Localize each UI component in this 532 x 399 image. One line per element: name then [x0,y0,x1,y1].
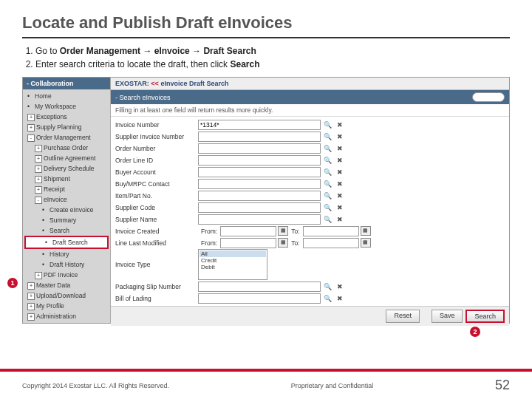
input-icons[interactable]: 🔍 ✖ [324,192,344,200]
input-icons[interactable]: 🔍 ✖ [324,121,344,129]
nav-item[interactable]: +Upload/Download [23,290,110,301]
calendar-icon[interactable]: ▦ [278,238,288,248]
select-option[interactable]: Debit [200,264,266,270]
section-title: - Search eInvoices [115,94,171,101]
step1-path3: Draft Search [203,46,256,56]
tree-expand-icon[interactable]: + [35,166,42,173]
nav-item[interactable]: +My Profile [23,301,110,311]
calendar-icon[interactable]: ▦ [278,226,288,236]
tree-expand-icon[interactable]: + [27,313,35,321]
form-row: Order Number🔍 ✖ [115,143,505,154]
tree-expand-icon[interactable]: + [35,272,42,279]
save-button[interactable]: Save [432,310,463,323]
input-icons[interactable]: 🔍 ✖ [324,295,344,302]
input-icons[interactable]: 🔍 ✖ [324,168,344,176]
tree-expand-icon[interactable]: + [27,303,35,310]
select-option[interactable]: Credit [200,257,266,264]
text-input[interactable] [198,167,321,177]
crumb-text: eInvoice Draft Search [160,80,228,87]
nav-item[interactable]: •Summary [23,215,110,225]
back-icon[interactable]: << [151,80,159,87]
nav-item[interactable]: •Search [23,225,110,236]
text-input[interactable] [198,120,321,130]
nav-item[interactable]: •Home [23,91,110,101]
input-icons[interactable]: 🔍 ✖ [324,204,344,211]
footer: Copyright 2014 Exostar LLC. All Rights R… [0,369,532,399]
button-bar: Reset Save Search [111,306,509,326]
nav-item[interactable]: +Administration [23,311,110,321]
tree-expand-icon[interactable]: + [27,282,35,290]
tree-bullet-icon: • [42,226,48,235]
search-button[interactable]: Search [466,310,505,323]
tree-expand-icon[interactable]: + [35,155,42,163]
tree-bullet-icon: • [42,250,48,259]
text-input[interactable] [198,155,321,166]
tree-expand-icon[interactable]: + [27,124,35,132]
date-to-input[interactable] [303,238,359,248]
page-number: 52 [495,378,510,393]
reset-button[interactable]: Reset [386,310,420,323]
tree-expand-icon[interactable]: + [27,293,35,300]
select-option[interactable]: All [200,250,266,257]
form-row: Buy/MRPC Contact🔍 ✖ [115,178,505,189]
nav-item[interactable]: +Shipment [23,174,110,184]
nav-item-label: Upload/Download [36,292,86,299]
tree-expand-icon[interactable]: - [35,197,42,204]
title-divider [22,37,510,38]
step2-text: Enter search criteria to locate the draf… [35,59,230,69]
form-row: Invoice Number🔍 ✖ [115,119,505,130]
nav-item[interactable]: +Supply Planning [23,122,110,132]
date-from-input[interactable] [220,238,276,248]
input-icons[interactable]: 🔍 ✖ [324,133,344,140]
calendar-icon[interactable]: ▦ [361,238,371,248]
confidential-text: Proprietary and Confidential [291,382,374,389]
tree-expand-icon[interactable]: + [27,114,35,121]
copyright-text: Copyright 2014 Exostar LLC. All Rights R… [22,382,169,389]
date-from-input[interactable] [220,226,276,236]
input-icons[interactable]: 🔍 ✖ [324,283,344,290]
text-input[interactable] [198,179,321,189]
calendar-icon[interactable]: ▦ [361,226,371,236]
nav-item[interactable]: +Receipt [23,184,110,194]
nav-item[interactable]: +Master Data [23,280,110,290]
text-input[interactable] [198,191,321,201]
text-input[interactable] [198,293,321,304]
text-input[interactable] [198,143,321,154]
nav-item[interactable]: +Purchase Order [23,143,110,153]
nav-item[interactable]: •Create eInvoice [23,205,110,215]
tree-expand-icon[interactable]: + [35,176,42,183]
nav-item[interactable]: •Draft History [23,259,110,270]
nav-item[interactable]: +Delivery Schedule [23,163,110,174]
input-icons[interactable]: 🔍 ✖ [324,145,344,152]
nav-item[interactable]: -eInvoice [23,194,110,205]
search-form: Invoice Number🔍 ✖Supplier Invoice Number… [111,117,509,306]
nav-item[interactable]: •Draft Search [24,236,109,249]
nav-item[interactable]: +Exceptions [23,112,110,122]
sidebar: - Collaboration •Home•My Workspace+Excep… [23,78,111,323]
nav-item[interactable]: •My Workspace [23,101,110,112]
input-icons[interactable]: 🔍 ✖ [324,157,344,164]
nav-item[interactable]: +PDF Invoice [23,270,110,280]
field-label: Invoice Type [115,261,198,268]
section-chip[interactable]: eInvoice [472,92,505,102]
field-label: Order Line ID [115,157,198,164]
tree-expand-icon[interactable]: + [35,186,42,194]
text-input[interactable] [198,132,321,142]
nav-item[interactable]: -Order Management [23,132,110,143]
date-to-input[interactable] [303,226,359,236]
text-input[interactable] [198,282,321,292]
nav-item-label: Exceptions [36,113,67,120]
field-label: Buy/MRPC Contact [115,180,198,188]
form-row: Item/Part No.🔍 ✖ [115,190,505,201]
nav-item[interactable]: +Outline Agreement [23,153,110,163]
nav-item[interactable]: •History [23,249,110,259]
select-list[interactable]: AllCreditDebit [198,249,267,280]
input-icons[interactable]: 🔍 ✖ [324,216,344,223]
tree-expand-icon[interactable]: - [27,134,35,142]
text-input[interactable] [198,214,321,225]
text-input[interactable] [198,202,321,213]
form-row: Line Last ModifiedFrom:▦To:▦ [115,237,505,248]
input-icons[interactable]: 🔍 ✖ [324,180,344,188]
nav-item-label: Summary [50,216,76,224]
tree-expand-icon[interactable]: + [35,145,42,152]
